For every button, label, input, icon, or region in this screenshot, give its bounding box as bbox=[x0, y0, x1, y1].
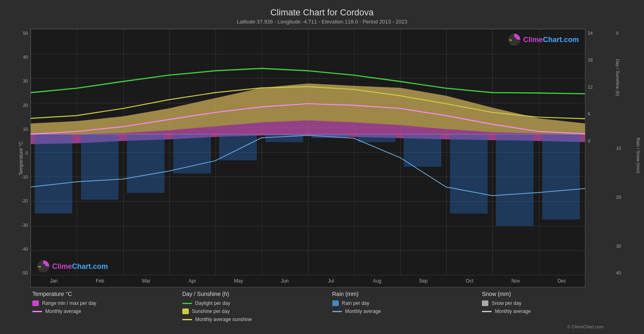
svg-rect-13 bbox=[496, 134, 534, 226]
legend-title-snow: Snow (mm) bbox=[482, 291, 632, 297]
y-axis-right-sunshine: Day / Sunshine (h) 24 18 12 6 0 bbox=[585, 29, 614, 287]
chart-svg bbox=[31, 29, 585, 239]
svg-rect-4 bbox=[81, 134, 118, 200]
svg-rect-7 bbox=[219, 134, 257, 161]
svg-rect-10 bbox=[358, 134, 395, 143]
legend-swatch-temp-range bbox=[32, 300, 39, 306]
legend-area: Temperature °C Range min / max per day M… bbox=[8, 287, 636, 324]
svg-rect-11 bbox=[403, 134, 441, 167]
svg-rect-5 bbox=[127, 134, 165, 193]
copyright: © ClimeChart.com bbox=[8, 324, 636, 330]
legend-item-sunshine-avg: Monthly average sunshine bbox=[182, 317, 332, 322]
svg-rect-14 bbox=[542, 134, 580, 220]
chart-title: Climate Chart for Cordova bbox=[8, 7, 636, 18]
legend-col-snow: Snow (mm) Snow per day Monthly average bbox=[482, 291, 632, 322]
y-axis-left: Temperature °C 50 40 30 20 10 0 -10 -20 … bbox=[8, 29, 30, 287]
svg-rect-12 bbox=[450, 134, 488, 214]
month-dec: Dec bbox=[539, 278, 585, 284]
legend-item-temp-avg: Monthly average bbox=[32, 308, 182, 314]
legend-col-sunshine: Day / Sunshine (h) Daylight per day Suns… bbox=[182, 291, 332, 322]
svg-rect-6 bbox=[173, 134, 211, 174]
legend-swatch-temp-avg bbox=[32, 311, 42, 312]
legend-item-daylight: Daylight per day bbox=[182, 300, 332, 306]
month-oct: Oct bbox=[446, 278, 492, 284]
chart-area: Temperature °C 50 40 30 20 10 0 -10 -20 … bbox=[8, 29, 636, 287]
month-feb: Feb bbox=[77, 278, 123, 284]
month-nov: Nov bbox=[493, 278, 539, 284]
chart-main: ClimeChart.com ClimeChart.com Jan Feb bbox=[30, 29, 585, 287]
watermark-text-top: ClimeChart.com bbox=[523, 36, 579, 44]
legend-item-snow-avg: Monthly average bbox=[482, 308, 632, 314]
watermark-text-bottom: ClimeChart.com bbox=[52, 262, 108, 271]
legend-item-sunshine-day: Sunshine per day bbox=[182, 308, 332, 314]
legend-col-rain: Rain (mm) Rain per day Monthly average bbox=[332, 291, 482, 322]
svg-point-19 bbox=[41, 264, 46, 269]
watermark-top: ClimeChart.com bbox=[508, 33, 579, 46]
month-jun: Jun bbox=[262, 278, 308, 284]
x-axis: Jan Feb Mar Apr May Jun Jul Aug Sep Oct … bbox=[31, 275, 585, 287]
legend-swatch-snow-avg bbox=[482, 311, 492, 312]
legend-title-rain: Rain (mm) bbox=[332, 291, 482, 297]
svg-rect-3 bbox=[35, 134, 72, 214]
y-axis-left-label: Temperature °C bbox=[18, 141, 24, 175]
legend-title-temperature: Temperature °C bbox=[32, 291, 182, 297]
month-mar: Mar bbox=[123, 278, 169, 284]
month-apr: Apr bbox=[169, 278, 215, 284]
y-axis-right-rain: Rain / Snow (mm) 0 10 20 30 40 bbox=[614, 29, 636, 287]
month-jul: Jul bbox=[308, 278, 354, 284]
month-may: May bbox=[215, 278, 262, 284]
legend-item-snow-day: Snow per day bbox=[482, 300, 632, 306]
watermark-bottom: ClimeChart.com bbox=[37, 260, 108, 273]
page-container: Climate Chart for Cordova Latitude 37.92… bbox=[0, 0, 644, 334]
legend-swatch-sunshine bbox=[182, 308, 189, 314]
chart-header: Climate Chart for Cordova Latitude 37.92… bbox=[8, 4, 636, 26]
legend-item-rain-avg: Monthly average bbox=[332, 308, 482, 314]
legend-item-rain-day: Rain per day bbox=[332, 300, 482, 306]
logo-icon-top bbox=[508, 33, 521, 46]
chart-subtitle: Latitude 37.926 - Longitude -4.711 - Ele… bbox=[8, 19, 636, 25]
legend-item-temp-range: Range min / max per day bbox=[32, 300, 182, 306]
legend-swatch-daylight bbox=[182, 303, 192, 304]
legend-swatch-sunshine-avg bbox=[182, 319, 192, 320]
legend-title-sunshine: Day / Sunshine (h) bbox=[182, 291, 332, 297]
legend-swatch-rain-avg bbox=[332, 311, 342, 312]
legend-swatch-rain bbox=[332, 300, 339, 306]
svg-point-17 bbox=[512, 37, 517, 42]
legend-col-temperature: Temperature °C Range min / max per day M… bbox=[32, 291, 182, 322]
logo-icon-bottom bbox=[37, 260, 50, 273]
month-jan: Jan bbox=[31, 278, 77, 284]
right-axes-container: Day / Sunshine (h) 24 18 12 6 0 Rain / S… bbox=[585, 29, 636, 287]
svg-rect-8 bbox=[266, 134, 303, 143]
month-sep: Sep bbox=[400, 278, 446, 284]
month-aug: Aug bbox=[354, 278, 400, 284]
legend-swatch-snow bbox=[482, 300, 488, 306]
